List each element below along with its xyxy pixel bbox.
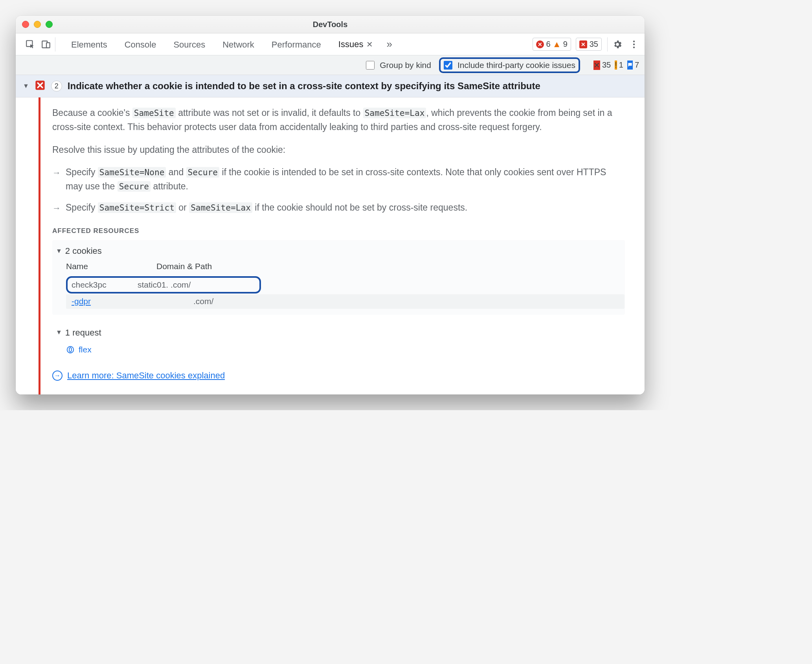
group-by-kind-label: Group by kind (380, 61, 431, 70)
text-fragment: Specify (66, 202, 98, 213)
table-row[interactable]: check3pc static01. .com/ (66, 275, 625, 295)
devtools-window: DevTools Elements Console Sources Networ… (16, 16, 645, 394)
group-by-kind-input[interactable] (366, 61, 375, 70)
tab-sources[interactable]: Sources (165, 33, 214, 55)
include-3p-input[interactable] (444, 61, 452, 70)
issues-pane: ▼ 2 Indicate whether a cookie is intende… (16, 75, 645, 394)
cookie-name: -gdpr (72, 295, 130, 308)
learn-more-row: → Learn more: SameSite cookies explained (52, 369, 625, 382)
svg-rect-2 (46, 42, 50, 48)
text-fragment: and (166, 167, 186, 177)
traffic-lights (22, 21, 53, 28)
learn-more-link[interactable]: Learn more: SameSite cookies explained (67, 369, 225, 382)
issue-paragraph-2: Resolve this issue by updating the attri… (52, 143, 625, 157)
tab-label: Sources (173, 40, 205, 50)
code-samesite: SameSite (132, 108, 176, 118)
arrow-icon: → (52, 202, 61, 215)
titlebar: DevTools (16, 16, 645, 33)
window-title: DevTools (16, 20, 645, 29)
affected-cookies-header[interactable]: ▼ 2 cookies (53, 243, 625, 259)
issue-header[interactable]: ▼ 2 Indicate whether a cookie is intende… (16, 75, 645, 97)
tab-performance[interactable]: Performance (263, 33, 330, 55)
tab-elements[interactable]: Elements (62, 33, 116, 55)
include-3p-checkbox[interactable]: Include third-party cookie issues (442, 60, 575, 71)
code-none: SameSite=None (98, 167, 166, 178)
issue-body: Because a cookie's SameSite attribute wa… (16, 97, 645, 394)
cookie-domain: .com/ (138, 295, 256, 308)
top-counts: ✕ 6 ▲ 9 ✕ 35 (533, 38, 602, 51)
tab-label: Elements (71, 40, 107, 50)
issues-filterbar: Group by kind Include third-party cookie… (16, 55, 645, 75)
affected-requests-block: ▼ 1 request flex (52, 322, 625, 362)
request-row[interactable]: flex (53, 341, 625, 356)
tab-label: Performance (272, 40, 321, 50)
error-circle-icon: ✕ (536, 40, 544, 48)
error-square-icon: ✕ (593, 61, 600, 70)
svg-point-4 (633, 43, 635, 45)
issue-count-pill: 2 (51, 81, 62, 92)
more-tabs-button[interactable]: » (382, 33, 397, 55)
filter-errors-count: 35 (602, 61, 611, 70)
chevron-double-icon: » (386, 38, 392, 50)
cookie-link[interactable]: -gdpr (72, 297, 91, 306)
device-toggle-icon[interactable] (41, 39, 51, 50)
affected-resources-label: AFFECTED RESOURCES (52, 226, 625, 236)
filter-errors[interactable]: ✕ 35 (593, 61, 611, 70)
window-minimize-button[interactable] (34, 21, 41, 28)
filter-comments[interactable]: 7 (627, 61, 639, 70)
affected-requests-header[interactable]: ▼ 1 request (53, 325, 625, 341)
arrow-icon: → (52, 166, 61, 193)
filterbar-counts: ✕ 35 ! 1 7 (593, 61, 639, 70)
text-fragment: if the cookie should not be set by cross… (252, 202, 467, 213)
gear-icon[interactable] (612, 39, 623, 50)
code-lax: SameSite=Lax (189, 202, 252, 213)
learn-more-icon: → (52, 371, 62, 381)
issue-paragraph-1: Because a cookie's SameSite attribute wa… (52, 106, 625, 134)
request-link[interactable]: flex (79, 343, 92, 356)
include-3p-highlight: Include third-party cookie issues (439, 57, 580, 73)
svg-point-3 (633, 40, 635, 42)
cookie-name: check3pc (72, 279, 130, 292)
group-by-kind-checkbox[interactable]: Group by kind (364, 60, 431, 71)
affected-cookies-block: ▼ 2 cookies Name Domain & Path check3pc … (52, 240, 625, 315)
code-secure-2: Secure (118, 181, 151, 192)
filter-warnings[interactable]: ! 1 (615, 61, 623, 70)
error-warning-chip[interactable]: ✕ 6 ▲ 9 (533, 38, 571, 51)
close-tab-icon[interactable]: ✕ (366, 40, 373, 49)
issue-body-inner: Because a cookie's SameSite attribute wa… (40, 97, 645, 394)
issues-chip[interactable]: ✕ 35 (576, 38, 602, 51)
panel-tabs: Elements Console Sources Network Perform… (62, 33, 397, 55)
filter-comments-count: 7 (635, 61, 639, 70)
text-fragment: Because a cookie's (52, 108, 132, 118)
col-domain: Domain & Path (156, 260, 274, 273)
code-secure: Secure (186, 167, 219, 178)
issue-bullet-1: → Specify SameSite=None and Secure if th… (52, 165, 625, 193)
cookies-table-header: Name Domain & Path (66, 260, 625, 273)
include-3p-label: Include third-party cookie issues (457, 61, 575, 70)
toolbar-right-actions (607, 37, 639, 51)
tab-console[interactable]: Console (116, 33, 165, 55)
code-samesite-lax: SameSite=Lax (363, 108, 426, 118)
tab-issues[interactable]: Issues ✕ (330, 33, 382, 55)
inspect-tools-group (21, 37, 55, 51)
error-count: 6 (546, 40, 551, 49)
issues-count: 35 (590, 40, 598, 49)
affected-requests-count: 1 request (65, 326, 101, 339)
text-fragment: attribute was not set or is invalid, it … (176, 108, 363, 118)
cookies-table: Name Domain & Path check3pc static01. .c… (53, 259, 625, 309)
tab-label: Network (222, 40, 254, 50)
bullet-text: Specify SameSite=None and Secure if the … (66, 165, 625, 193)
chevron-down-icon: ▼ (56, 246, 62, 256)
network-request-icon (66, 345, 75, 354)
window-close-button[interactable] (22, 21, 29, 28)
issue-title: Indicate whether a cookie is intended to… (68, 80, 540, 92)
table-row[interactable]: -gdpr .com/ (66, 294, 625, 309)
col-name: Name (66, 260, 125, 273)
inspect-element-icon[interactable] (25, 39, 35, 50)
text-fragment: Specify (66, 167, 98, 177)
window-zoom-button[interactable] (46, 21, 53, 28)
expand-issue-icon[interactable]: ▼ (23, 83, 29, 90)
tab-network[interactable]: Network (214, 33, 263, 55)
kebab-icon[interactable] (629, 39, 639, 50)
main-tabstrip: Elements Console Sources Network Perform… (16, 33, 645, 55)
